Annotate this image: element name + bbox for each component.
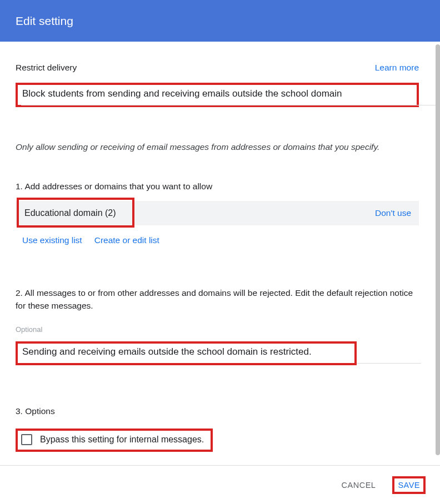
step3-label: 3. Options xyxy=(16,405,419,417)
bypass-checkbox[interactable] xyxy=(21,434,32,445)
bypass-checkbox-highlight: Bypass this setting for internal message… xyxy=(16,429,213,452)
domain-list-row: Educational domain (2) Don't use xyxy=(16,201,419,225)
save-button[interactable]: SAVE xyxy=(398,481,420,490)
scrollbar[interactable] xyxy=(436,44,440,455)
create-edit-list-link[interactable]: Create or edit list xyxy=(94,235,159,245)
step1-label: 1. Add addresses or domains that you wan… xyxy=(16,180,419,193)
domain-list-name: Educational domain (2) xyxy=(24,208,116,218)
bypass-checkbox-label: Bypass this setting for internal message… xyxy=(40,435,204,445)
save-button-highlight: SAVE xyxy=(392,476,426,494)
step2-label: 2. All messages to or from other address… xyxy=(16,286,419,313)
dialog-header: Edit setting xyxy=(0,0,440,42)
dialog-footer: CANCEL SAVE xyxy=(0,465,440,504)
section-label: Restrict delivery xyxy=(16,63,77,73)
dont-use-link[interactable]: Don't use xyxy=(375,208,411,218)
cancel-button[interactable]: CANCEL xyxy=(335,476,383,494)
content-area: Restrict delivery Learn more Only allow … xyxy=(0,42,440,465)
rejection-notice-input[interactable] xyxy=(22,346,350,357)
list-link-row: Use existing list Create or edit list xyxy=(16,235,419,245)
learn-more-link[interactable]: Learn more xyxy=(375,63,419,73)
info-text: Only allow sending or receiving of email… xyxy=(16,140,419,153)
dialog-title: Edit setting xyxy=(16,14,73,28)
section-top-row: Restrict delivery Learn more xyxy=(16,63,419,73)
description-input[interactable] xyxy=(22,88,412,99)
rejection-highlight xyxy=(16,341,357,365)
domain-row-container: Educational domain (2) Don't use xyxy=(16,201,419,225)
use-existing-list-link[interactable]: Use existing list xyxy=(22,235,82,245)
description-highlight xyxy=(16,83,419,107)
optional-label: Optional xyxy=(16,325,419,334)
